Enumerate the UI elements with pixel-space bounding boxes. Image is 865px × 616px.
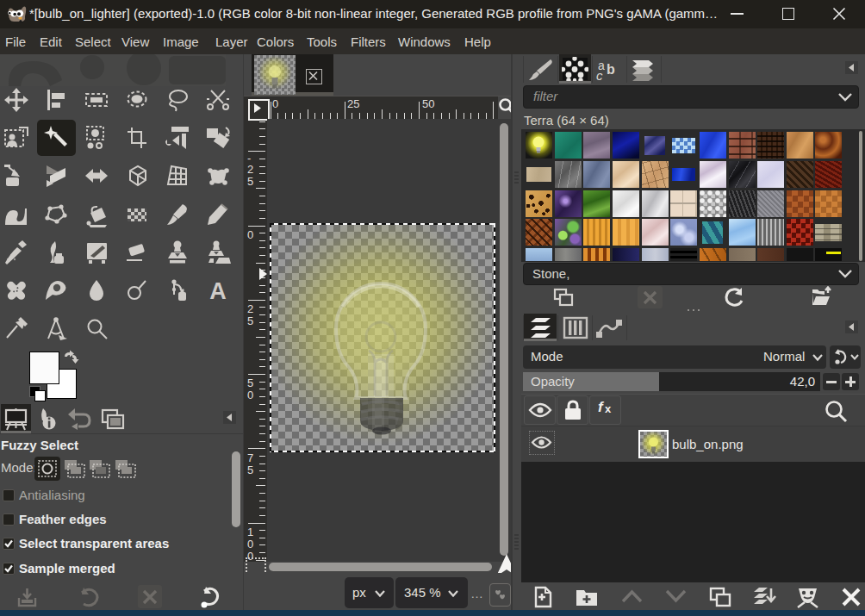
svg-text:A: A xyxy=(209,278,227,303)
